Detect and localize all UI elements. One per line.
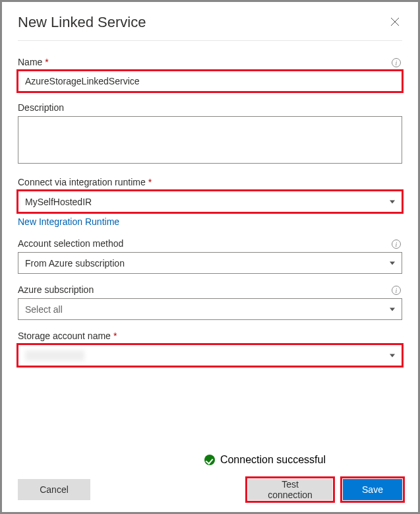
account-method-select[interactable]: From Azure subscription bbox=[18, 252, 402, 274]
required-indicator: * bbox=[148, 177, 152, 187]
field-storage-name: Storage account name * bbox=[18, 331, 402, 366]
name-input[interactable] bbox=[18, 71, 402, 92]
cancel-button[interactable]: Cancel bbox=[18, 479, 90, 500]
account-method-value: From Azure subscription bbox=[25, 258, 125, 269]
storage-name-select[interactable] bbox=[18, 344, 402, 366]
connection-status: Connection successful bbox=[204, 454, 326, 466]
info-icon[interactable]: i bbox=[392, 58, 401, 67]
label-runtime: Connect via integration runtime bbox=[18, 177, 146, 187]
label-storage-name: Storage account name bbox=[18, 331, 111, 341]
field-account-method: Account selection method i From Azure su… bbox=[18, 238, 402, 274]
info-icon[interactable]: i bbox=[392, 286, 401, 295]
required-indicator: * bbox=[45, 57, 48, 67]
header: New Linked Service bbox=[18, 14, 402, 41]
success-check-icon bbox=[204, 455, 215, 465]
new-runtime-link[interactable]: New Integration Runtime bbox=[18, 216, 119, 227]
description-input[interactable] bbox=[18, 116, 402, 164]
subscription-select[interactable]: Select all bbox=[18, 298, 402, 320]
label-description: Description bbox=[18, 102, 64, 113]
runtime-select[interactable]: MySelfHostedIR bbox=[18, 191, 402, 212]
field-runtime: Connect via integration runtime * MySelf… bbox=[18, 177, 402, 228]
save-button[interactable]: Save bbox=[343, 479, 402, 500]
label-subscription: Azure subscription bbox=[18, 284, 94, 295]
field-subscription: Azure subscription i Select all bbox=[18, 284, 402, 320]
label-account-method: Account selection method bbox=[18, 238, 123, 249]
close-icon[interactable] bbox=[388, 15, 402, 31]
chevron-down-icon bbox=[390, 307, 395, 311]
linked-service-panel: New Linked Service Name * i Description … bbox=[0, 0, 420, 514]
footer-buttons: Cancel Test connection Save bbox=[18, 479, 402, 500]
runtime-value: MySelfHostedIR bbox=[25, 197, 92, 207]
test-connection-button[interactable]: Test connection bbox=[248, 479, 332, 500]
chevron-down-icon bbox=[390, 354, 395, 357]
storage-name-value bbox=[25, 350, 84, 361]
subscription-value: Select all bbox=[25, 304, 63, 315]
info-icon[interactable]: i bbox=[392, 240, 401, 249]
form: Name * i Description Connect via integra… bbox=[18, 57, 402, 466]
field-description: Description bbox=[18, 102, 402, 166]
label-name: Name bbox=[18, 57, 42, 67]
chevron-down-icon bbox=[390, 200, 395, 203]
chevron-down-icon bbox=[390, 261, 395, 265]
status-text: Connection successful bbox=[220, 454, 326, 466]
required-indicator: * bbox=[113, 331, 117, 341]
page-title: New Linked Service bbox=[18, 14, 146, 31]
field-name: Name * i bbox=[18, 57, 402, 92]
